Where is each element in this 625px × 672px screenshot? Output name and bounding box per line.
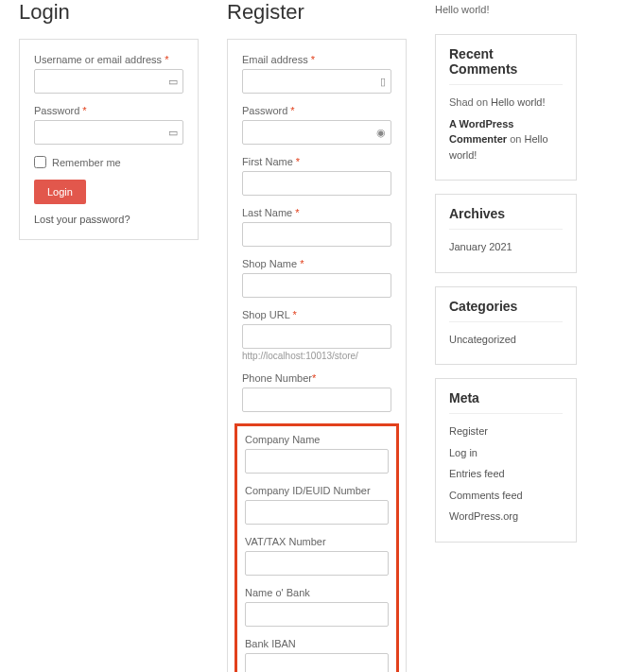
meta-link[interactable]: WordPress.org <box>449 510 518 522</box>
register-panel: Email address * ▯ Password * ◉ First Nam… <box>227 39 407 672</box>
meta-link[interactable]: Entries feed <box>449 468 505 479</box>
username-label: Username or email address * <box>34 54 183 65</box>
company-name-input[interactable] <box>245 449 389 474</box>
phone-input[interactable] <box>242 388 391 412</box>
company-name-label: Company Name <box>245 434 389 445</box>
shop-url-label: Shop URL * <box>242 309 391 320</box>
shop-url-hint: http://localhost:10013/store/ <box>242 351 391 361</box>
bank-name-label: Name o' Bank <box>245 587 389 598</box>
meta-card: Meta Register Log in Entries feed Commen… <box>435 378 577 543</box>
vat-input[interactable] <box>245 551 389 576</box>
first-name-label: First Name * <box>242 156 391 167</box>
comment-item: Shad on Hello world! <box>449 95 563 111</box>
archive-link[interactable]: January 2021 <box>449 241 512 252</box>
vendor-fields-highlight: Company Name Company ID/EUID Number VAT/… <box>234 423 399 672</box>
bank-iban-label: Bank IBAN <box>245 638 389 649</box>
recent-comments-title: Recent Comments <box>449 46 563 85</box>
comment-post-link[interactable]: Hello world! <box>491 96 545 108</box>
meta-link[interactable]: Comments feed <box>449 490 523 501</box>
email-input[interactable] <box>242 69 391 94</box>
comment-item: A WordPress Commenter on Hello world! <box>449 116 563 164</box>
archives-card: Archives January 2021 <box>435 194 577 273</box>
meta-title: Meta <box>449 390 563 414</box>
password-input[interactable] <box>34 120 183 145</box>
eye-icon: ▭ <box>168 127 178 139</box>
remember-checkbox[interactable] <box>34 156 46 168</box>
categories-title: Categories <box>449 299 563 322</box>
vat-label: VAT/TAX Number <box>245 536 389 547</box>
meta-link[interactable]: Register <box>449 425 488 437</box>
lost-password-link[interactable]: Lost your password? <box>34 214 183 225</box>
company-id-label: Company ID/EUID Number <box>245 485 389 496</box>
reg-password-label: Password * <box>242 105 391 116</box>
last-name-label: Last Name * <box>242 207 391 218</box>
company-id-input[interactable] <box>245 500 389 525</box>
login-button[interactable]: Login <box>34 180 86 204</box>
bank-name-input[interactable] <box>245 602 389 627</box>
remember-label: Remember me <box>52 157 121 168</box>
recent-post-link[interactable]: Hello world! <box>435 4 577 15</box>
recent-comments-card: Recent Comments Shad on Hello world! A W… <box>435 34 577 181</box>
archives-title: Archives <box>449 206 563 230</box>
shop-name-input[interactable] <box>242 273 391 298</box>
eye-icon: ◉ <box>376 127 386 139</box>
login-title: Login <box>19 0 199 25</box>
shop-name-label: Shop Name * <box>242 258 391 269</box>
username-input[interactable] <box>34 69 183 94</box>
clipboard-icon: ▯ <box>380 76 386 88</box>
last-name-input[interactable] <box>242 222 391 247</box>
phone-label: Phone Number* <box>242 372 391 384</box>
email-label: Email address * <box>242 54 391 65</box>
categories-card: Categories Uncategorized <box>435 286 577 366</box>
category-link[interactable]: Uncategorized <box>449 334 516 345</box>
reg-password-input[interactable] <box>242 120 391 145</box>
register-title: Register <box>227 0 407 25</box>
user-icon: ▭ <box>168 76 178 88</box>
bank-iban-input[interactable] <box>245 653 389 672</box>
password-label: Password * <box>34 105 183 116</box>
meta-link[interactable]: Log in <box>449 447 477 458</box>
shop-url-input[interactable] <box>242 324 391 349</box>
login-panel: Username or email address * ▭ Password *… <box>19 39 199 240</box>
first-name-input[interactable] <box>242 171 391 196</box>
